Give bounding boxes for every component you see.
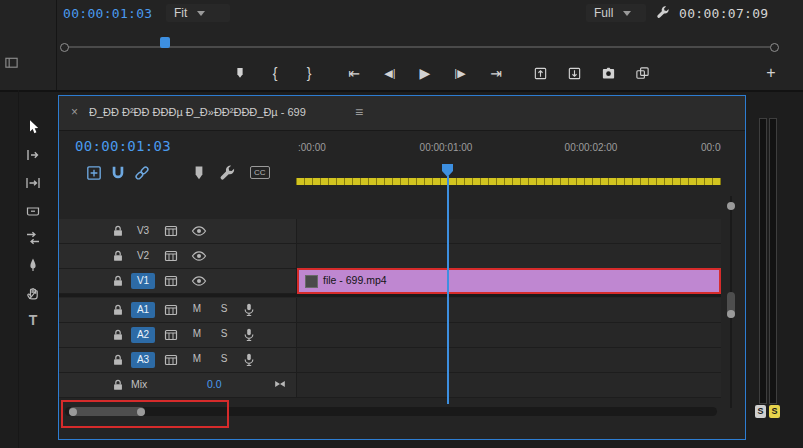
timeline-tabbar: × Đ_ĐĐ Đ²ĐĐ ĐĐĐµ Đ_Đ»ĐĐ²ĐĐĐ_Đµ - 699 ≡ — [59, 96, 745, 131]
track-target-badge[interactable]: A3 — [131, 352, 155, 368]
razor-tool[interactable] — [24, 202, 42, 220]
type-tool[interactable]: T — [24, 311, 42, 329]
voiceover-record-icon[interactable] — [241, 302, 257, 318]
track-content[interactable] — [297, 219, 721, 243]
sync-lock-icon[interactable] — [163, 302, 179, 318]
captions-badge[interactable]: CC — [250, 166, 270, 179]
sync-lock-icon[interactable] — [163, 327, 179, 343]
solo-button[interactable]: S — [216, 328, 232, 339]
sync-lock-icon[interactable] — [163, 248, 179, 264]
monitor-duration-timecode: 00:00:07:09 — [679, 6, 768, 21]
sync-lock-icon[interactable] — [163, 273, 179, 289]
playback-resolution-dropdown[interactable]: Full — [586, 4, 646, 22]
monitor-scrubber[interactable] — [60, 33, 780, 53]
solo-button[interactable]: S — [216, 353, 232, 364]
caret-down-icon — [197, 11, 205, 16]
meter-solo-button-left[interactable]: S — [755, 405, 766, 418]
scrubber-right-handle[interactable] — [770, 43, 779, 52]
work-area-bar[interactable] — [296, 178, 721, 185]
track-target-badge[interactable]: A1 — [131, 302, 155, 318]
timeline-settings-icon[interactable] — [219, 164, 237, 182]
scrubber-playhead[interactable] — [160, 37, 170, 48]
linked-selection-icon[interactable] — [133, 164, 151, 182]
hand-tool[interactable] — [24, 284, 42, 302]
voiceover-record-icon[interactable] — [241, 327, 257, 343]
razor-icon — [25, 203, 41, 219]
timeline-playhead-line[interactable] — [447, 176, 449, 404]
monitor-playhead-timecode: 00:00:01:03 — [63, 6, 152, 21]
track-content[interactable] — [297, 323, 721, 347]
track-name[interactable]: V3 — [131, 223, 155, 239]
time-ruler[interactable]: :00:00 00:00:01:00 00:00:02:00 00:00:03: — [296, 142, 721, 154]
step-back-button[interactable]: ◀| — [377, 60, 403, 86]
mix-keyframe-icon[interactable] — [273, 377, 287, 391]
zoom-level-dropdown[interactable]: Fit — [166, 4, 230, 22]
voiceover-record-icon[interactable] — [241, 352, 257, 368]
track-content[interactable] — [297, 373, 721, 397]
step-forward-button[interactable]: |▶ — [447, 60, 473, 86]
nest-toggle-icon[interactable] — [85, 164, 103, 182]
add-marker-button[interactable] — [227, 60, 253, 86]
scrubber-track[interactable] — [68, 46, 770, 48]
track-content[interactable] — [297, 244, 721, 268]
tab-close-icon[interactable]: × — [71, 105, 78, 119]
panel-menu-icon[interactable]: ≡ — [355, 104, 363, 120]
sync-lock-icon[interactable] — [163, 223, 179, 239]
track-target-badge[interactable]: A2 — [131, 327, 155, 343]
track-target-badge[interactable]: V1 — [131, 273, 155, 289]
track-lock-icon[interactable] — [111, 328, 125, 342]
multicam-view-button[interactable] — [629, 60, 655, 86]
track-lock-icon[interactable] — [111, 353, 125, 367]
track-lock-icon[interactable] — [111, 274, 125, 288]
ruler-label: 00:00:01:00 — [420, 142, 473, 153]
slip-tool[interactable] — [24, 229, 42, 247]
timeline-playhead-head[interactable] — [442, 164, 453, 177]
track-content[interactable] — [297, 298, 721, 322]
go-to-out-button[interactable]: ⇥ — [483, 60, 509, 86]
selection-tool[interactable] — [24, 118, 42, 136]
meter-solo-button-right[interactable]: S — [769, 405, 780, 418]
panel-corner-icon[interactable] — [4, 55, 19, 70]
mix-value[interactable]: 0.0 — [207, 378, 222, 390]
play-button[interactable]: ▶ — [412, 60, 438, 86]
snap-toggle-icon[interactable] — [109, 164, 127, 182]
timeline-clip[interactable]: file - 699.mp4 — [297, 268, 721, 294]
ruler-label: 00:00:02:00 — [565, 142, 618, 153]
mute-button[interactable]: M — [189, 303, 205, 314]
track-lock-icon[interactable] — [111, 249, 125, 263]
playback-resolution-value: Full — [594, 6, 613, 20]
go-to-in-button[interactable]: ⇤ — [341, 60, 367, 86]
scrubber-left-handle[interactable] — [60, 43, 69, 52]
solo-button[interactable]: S — [216, 303, 232, 314]
track-content[interactable]: file - 699.mp4 — [297, 269, 721, 293]
export-frame-button[interactable] — [595, 60, 621, 86]
vscroll-zoom-handle-top[interactable] — [727, 202, 735, 210]
button-editor-button[interactable]: + — [758, 60, 784, 86]
track-name[interactable]: V2 — [131, 248, 155, 264]
track-select-tool[interactable] — [24, 146, 42, 164]
mute-button[interactable]: M — [189, 328, 205, 339]
timeline-tab[interactable]: × Đ_ĐĐ Đ²ĐĐ ĐĐĐµ Đ_Đ»ĐĐ²ĐĐĐ_Đµ - 699 — [59, 96, 389, 130]
camera-icon — [601, 66, 616, 81]
track-output-icon[interactable] — [191, 223, 207, 239]
track-output-icon[interactable] — [191, 248, 207, 264]
track-content[interactable] — [297, 348, 721, 372]
track-lock-icon[interactable] — [111, 303, 125, 317]
add-marker-icon[interactable] — [190, 164, 208, 182]
mark-in-button[interactable]: { — [262, 60, 288, 86]
mark-out-button[interactable]: } — [296, 60, 322, 86]
pen-tool[interactable] — [24, 256, 42, 274]
ruler-label: 00:00:03: — [701, 142, 721, 153]
ripple-edit-tool[interactable] — [24, 174, 42, 192]
ripple-edit-icon — [25, 175, 41, 191]
track-lock-icon[interactable] — [111, 378, 125, 392]
lift-button[interactable] — [527, 60, 553, 86]
track-lock-icon[interactable] — [111, 224, 125, 238]
vscroll-zoom-handle-bottom[interactable] — [727, 310, 735, 318]
mute-button[interactable]: M — [189, 353, 205, 364]
monitor-settings-wrench-icon[interactable] — [656, 5, 671, 20]
vertical-scrollbar[interactable] — [727, 196, 735, 408]
extract-button[interactable] — [561, 60, 587, 86]
sync-lock-icon[interactable] — [163, 352, 179, 368]
track-output-icon[interactable] — [191, 273, 207, 289]
